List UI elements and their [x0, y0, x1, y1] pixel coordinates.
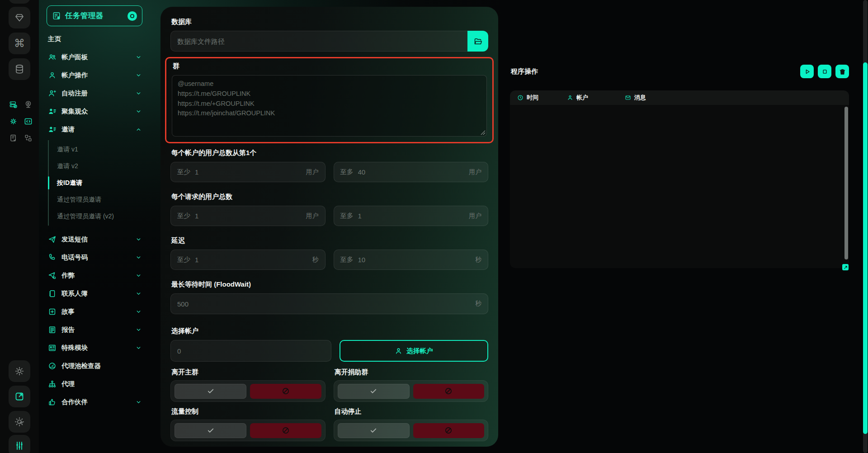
chevron-down-icon: [136, 291, 142, 297]
title-badge-icon[interactable]: O: [127, 11, 137, 21]
column-account: 帐户: [567, 94, 625, 102]
database-path-field: [170, 31, 467, 52]
sidebar-item-gather-audience[interactable]: 聚集观众: [39, 102, 152, 120]
delay-min-input[interactable]: [195, 256, 308, 264]
app-title: 任务管理器: [65, 11, 104, 21]
server-check-icon[interactable]: [9, 100, 18, 109]
sidebar-item-phone-numbers[interactable]: 电话号码: [39, 248, 152, 266]
paper-plane-icon: [48, 235, 57, 244]
account-count-input[interactable]: [177, 347, 325, 355]
toggle-yes-button[interactable]: [338, 423, 410, 438]
person-lines-icon: [48, 107, 57, 116]
group-links-textarea[interactable]: [172, 75, 487, 137]
users-total-min-input[interactable]: [195, 168, 302, 176]
command-icon: ⌘: [14, 37, 25, 50]
select-account-button[interactable]: 选择帐户: [340, 340, 489, 362]
sidebar-subitem-invite-via-admin[interactable]: 通过管理员邀请: [49, 191, 152, 208]
command-button[interactable]: ⌘: [9, 33, 30, 54]
sidebar-item-label: 合作伙伴: [61, 398, 88, 406]
toggle-no-button[interactable]: [250, 423, 321, 438]
folder-icon: [473, 37, 483, 46]
sidebar-item-label: 电话号码: [61, 253, 88, 262]
sidebar-item-proxy-checker[interactable]: 代理池检查器: [39, 357, 152, 375]
sidebar-item-stories[interactable]: 故事: [39, 302, 152, 321]
toggle-no-button[interactable]: [413, 384, 484, 399]
toggle-yes-button[interactable]: [175, 423, 246, 438]
sidebar-item-label: 故事: [61, 307, 75, 316]
sidebar-item-reports[interactable]: 报告: [39, 321, 152, 339]
swap-boxes-icon[interactable]: [24, 134, 33, 142]
brightness-button[interactable]: [9, 411, 30, 433]
sidebar-item-home[interactable]: 主页: [39, 30, 152, 48]
delay-row: 至少 秒 至多 秒: [170, 250, 488, 270]
sidebar-item-account-actions[interactable]: 帐户操作: [39, 66, 152, 84]
sidebar-subitem-invite-by-id[interactable]: 按ID邀请: [49, 175, 152, 191]
database-path-input[interactable]: [177, 38, 461, 45]
sidebar-item-partners[interactable]: 合作伙伴: [39, 393, 152, 411]
plus-square-icon: [48, 307, 57, 316]
rail-button-partial[interactable]: [9, 0, 30, 4]
gem-button[interactable]: [9, 7, 30, 28]
leave-donor-group-field: 离开捐助群: [334, 368, 489, 402]
table-resize-handle[interactable]: [842, 264, 849, 270]
start-button[interactable]: [800, 65, 814, 78]
browse-folder-button[interactable]: [467, 31, 488, 52]
chevron-down-icon: [136, 309, 142, 315]
users-per-request-min-field: 至少 用户: [170, 206, 326, 226]
check-icon: [369, 426, 377, 434]
operations-buttons: [800, 65, 849, 78]
highlight-box: 群 @username https://t.me/GROUPLINK https…: [165, 57, 494, 143]
sidebar-item-invite[interactable]: 邀请: [39, 120, 152, 138]
sliders-button[interactable]: [9, 435, 30, 453]
sidebar-item-send-sms[interactable]: 发送短信: [39, 230, 152, 248]
toggle-no-button[interactable]: [250, 384, 321, 399]
bot-gear-icon[interactable]: [9, 117, 18, 126]
users-total-row: 至少 用户 至多 用户: [170, 162, 488, 182]
floodwait-label: 最长等待时间 (FloodWait): [171, 280, 488, 289]
delay-max-input[interactable]: [358, 256, 471, 264]
sidebar-item-proxy[interactable]: 代理: [39, 375, 152, 393]
operations-log-table: 时间 帐户 消息: [510, 90, 849, 268]
gauge-icon: [48, 362, 57, 370]
sidebar-item-contact-book[interactable]: 联系人簿: [39, 284, 152, 302]
users-per-request-max-input[interactable]: [358, 212, 465, 220]
floodwait-input[interactable]: [177, 300, 471, 308]
users-total-min-field: 至少 用户: [170, 162, 326, 182]
trash-icon: [839, 68, 846, 76]
database-button[interactable]: [9, 58, 30, 80]
sidebar-subitem-invite-v2[interactable]: 邀请 v2: [49, 158, 152, 175]
toggle-yes-button[interactable]: [175, 384, 246, 399]
task-manager-icon: [52, 11, 61, 20]
person-lines-icon: [48, 125, 57, 134]
operations-title: 程序操作: [511, 67, 538, 76]
app-title-box[interactable]: 任务管理器 O: [47, 5, 142, 26]
check-icon: [207, 426, 215, 434]
sidebar-item-auto-register[interactable]: 自动注册: [39, 84, 152, 102]
toggle-no-button[interactable]: [413, 423, 484, 438]
users-total-max-field: 至多 用户: [334, 162, 489, 182]
chevron-down-icon: [136, 109, 142, 114]
users-per-request-min-input[interactable]: [195, 212, 302, 220]
clear-button[interactable]: [835, 65, 849, 78]
table-scrollbar[interactable]: [844, 107, 848, 260]
users-total-max-input[interactable]: [358, 168, 465, 176]
code-window-icon[interactable]: [24, 117, 33, 126]
stop-button[interactable]: [818, 65, 831, 78]
select-account-row: 选择帐户: [170, 340, 488, 362]
chevron-down-icon: [136, 72, 142, 78]
webcam-person-icon[interactable]: [24, 100, 33, 109]
gem-icon: [14, 12, 25, 23]
toggle-yes-button[interactable]: [338, 384, 410, 399]
window-scrollbar-thumb[interactable]: [863, 62, 868, 434]
report-icon: [48, 326, 57, 334]
sidebar-subitem-invite-via-admin-v2[interactable]: 通过管理员邀请 (v2): [49, 208, 152, 225]
settings-button[interactable]: [9, 360, 30, 382]
sidebar-item-cheat[interactable]: 作弊: [39, 266, 152, 284]
group-label: 群: [173, 62, 487, 71]
document-check-icon[interactable]: [9, 134, 18, 142]
sidebar-item-special-modules[interactable]: 特殊模块: [39, 339, 152, 357]
sidebar-item-account-panel[interactable]: 帐户面板: [39, 48, 152, 66]
external-link-button[interactable]: [9, 386, 30, 407]
sidebar-subitem-invite-v1[interactable]: 邀请 v1: [49, 141, 152, 158]
clock-icon: [517, 94, 524, 101]
